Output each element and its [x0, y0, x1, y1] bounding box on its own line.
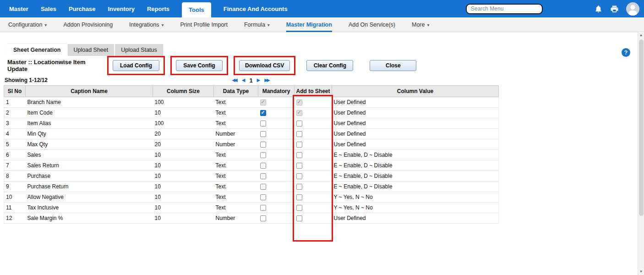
- add-to-sheet-checkbox[interactable]: [296, 142, 302, 148]
- cell-mandatory: [258, 213, 295, 224]
- nav-item-purchase[interactable]: Purchase: [69, 0, 96, 17]
- scrollbar-thumb[interactable]: [639, 39, 644, 216]
- toolbar: Master :: Locationwise Item Update Load …: [0, 56, 644, 75]
- nav-item-master[interactable]: Master: [9, 0, 28, 17]
- cell-add-to-sheet: [295, 203, 332, 213]
- search-input[interactable]: [466, 4, 543, 14]
- add-to-sheet-checkbox[interactable]: [296, 152, 302, 158]
- add-to-sheet-checkbox[interactable]: [296, 163, 302, 169]
- nav-item-finance-and-accounts[interactable]: Finance And Accounts: [224, 0, 288, 17]
- notifications-bell-icon[interactable]: [594, 5, 603, 13]
- cell-column-value: User Defined: [332, 129, 499, 139]
- cell-add-to-sheet: [295, 150, 332, 160]
- mandatory-checkbox[interactable]: [260, 184, 266, 190]
- tab-bar: Sheet GenerationUpload SheetUpload Statu…: [0, 44, 644, 56]
- subnav-item-more[interactable]: More: [412, 17, 430, 32]
- table-row: 8Purchase10TextE ~ Enable, D ~ Disable: [4, 171, 499, 182]
- add-to-sheet-checkbox[interactable]: [296, 131, 302, 137]
- nav-item-inventory[interactable]: Inventory: [108, 0, 135, 17]
- tab-sheet-generation[interactable]: Sheet Generation: [7, 44, 67, 56]
- add-to-sheet-checkbox[interactable]: [296, 215, 302, 221]
- mandatory-checkbox[interactable]: [260, 173, 266, 179]
- subnav-item-master-migration[interactable]: Master Migration: [286, 17, 332, 32]
- user-avatar[interactable]: [626, 2, 639, 16]
- subnav-item-integrations[interactable]: Integrations: [129, 17, 164, 32]
- table-row: 9Purchase Return10TextE ~ Enable, D ~ Di…: [4, 182, 499, 192]
- cell-data-type: Text: [214, 160, 258, 171]
- cell-caption-name: Item Alias: [26, 118, 153, 129]
- add-to-sheet-checkbox[interactable]: [296, 173, 302, 179]
- cell-data-type: Text: [214, 203, 258, 213]
- column-header-data-type: Data Type: [214, 86, 258, 97]
- mandatory-checkbox[interactable]: [260, 205, 266, 211]
- topbar-actions: [466, 0, 641, 17]
- download-csv-button[interactable]: Download CSV: [239, 60, 290, 71]
- add-to-sheet-checkbox[interactable]: [296, 194, 302, 200]
- nav-item-sales[interactable]: Sales: [41, 0, 56, 17]
- mandatory-checkbox[interactable]: [260, 215, 266, 221]
- next-page-icon[interactable]: ▶: [257, 78, 261, 82]
- mandatory-checkbox[interactable]: [260, 142, 266, 148]
- print-icon[interactable]: [610, 5, 619, 13]
- load-config-button[interactable]: Load Config: [113, 60, 159, 71]
- last-page-icon[interactable]: ▶▶: [264, 78, 270, 82]
- download-csv-highlight: Download CSV: [234, 56, 295, 75]
- save-config-button[interactable]: Save Config: [176, 60, 223, 71]
- column-header-column-size: Column Size: [153, 86, 214, 97]
- cell-mandatory: [258, 160, 295, 171]
- cell-data-type: Text: [214, 171, 258, 182]
- cell-mandatory: [258, 139, 295, 150]
- close-wrap: Close: [364, 56, 422, 75]
- mandatory-checkbox[interactable]: [260, 110, 266, 116]
- cell-column-value: User Defined: [332, 213, 499, 224]
- cell-mandatory: [258, 97, 295, 108]
- mandatory-checkbox[interactable]: [260, 163, 266, 169]
- subnav-item-addon-provisioning[interactable]: Addon Provisioning: [63, 17, 113, 32]
- chevron-down-icon: [42, 22, 47, 28]
- config-grid: Sl NoCaption NameColumn SizeData TypeMan…: [4, 85, 499, 224]
- cell-data-type: Number: [214, 139, 258, 150]
- cell-sl-no: 4: [4, 129, 26, 139]
- subnav-item-print-profile-import[interactable]: Print Profile Import: [180, 17, 228, 32]
- cell-mandatory: [258, 192, 295, 203]
- cell-caption-name: Max Qty: [26, 139, 153, 150]
- cell-data-type: Text: [214, 192, 258, 203]
- clear-config-button[interactable]: Clear Config: [306, 60, 353, 71]
- top-navbar: MasterSalesPurchaseInventoryReportsTools…: [0, 0, 644, 17]
- tab-upload-status[interactable]: Upload Status: [115, 44, 163, 56]
- add-to-sheet-checkbox[interactable]: [296, 205, 302, 211]
- add-to-sheet-checkbox[interactable]: [296, 99, 302, 105]
- mandatory-checkbox[interactable]: [260, 194, 266, 200]
- cell-caption-name: Branch Name: [26, 97, 153, 108]
- mandatory-checkbox[interactable]: [260, 152, 266, 158]
- cell-column-value: E ~ Enable, D ~ Disable: [332, 182, 499, 192]
- scroll-up-icon[interactable]: [638, 32, 644, 38]
- nav-item-reports[interactable]: Reports: [147, 0, 169, 17]
- cell-sl-no: 2: [4, 108, 26, 118]
- mandatory-checkbox[interactable]: [260, 121, 266, 126]
- table-row: 3Item Alias100TextUser Defined: [4, 118, 499, 129]
- mandatory-checkbox[interactable]: [260, 131, 266, 137]
- table-row: 1Branch Name100TextUser Defined: [4, 97, 499, 108]
- cell-column-value: Y ~ Yes, N ~ No: [332, 203, 499, 213]
- prev-page-icon[interactable]: ◀: [242, 78, 246, 82]
- tab-upload-sheet[interactable]: Upload Sheet: [68, 44, 115, 56]
- mandatory-checkbox[interactable]: [260, 99, 266, 105]
- table-row: 5Max Qty20NumberUser Defined: [4, 139, 499, 150]
- chevron-down-icon: [159, 22, 164, 28]
- first-page-icon[interactable]: ◀◀: [232, 78, 237, 82]
- close-button[interactable]: Close: [370, 60, 416, 71]
- cell-sl-no: 1: [4, 97, 26, 108]
- help-icon[interactable]: ?: [622, 48, 630, 57]
- subnav-item-configuration[interactable]: Configuration: [8, 17, 47, 32]
- scroll-down-icon[interactable]: [638, 269, 644, 275]
- subnav-item-formula[interactable]: Formula: [244, 17, 270, 32]
- nav-item-tools[interactable]: Tools: [182, 2, 211, 17]
- add-to-sheet-checkbox[interactable]: [296, 110, 302, 116]
- vertical-scrollbar[interactable]: [638, 32, 644, 275]
- add-to-sheet-checkbox[interactable]: [296, 184, 302, 190]
- cell-column-value: User Defined: [332, 118, 499, 129]
- cell-caption-name: Item Code: [26, 108, 153, 118]
- add-to-sheet-checkbox[interactable]: [296, 121, 302, 126]
- subnav-item-add-on-service-s[interactable]: Add On Service(s): [349, 17, 395, 32]
